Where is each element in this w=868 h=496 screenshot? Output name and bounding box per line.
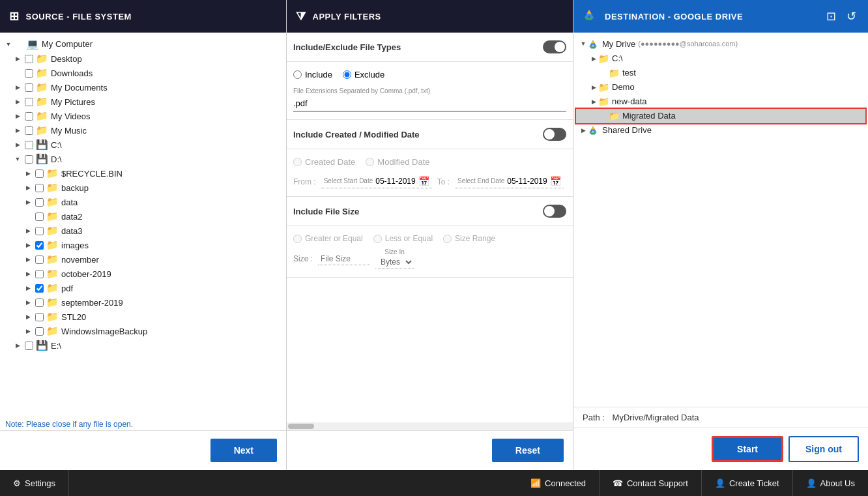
tree-check-my-music[interactable]: [25, 126, 33, 135]
dest-action-btn-2[interactable]: ↺: [844, 8, 859, 25]
settings-label: Settings: [25, 478, 55, 488]
tree-item-my-documents[interactable]: ▶📁My Documents: [3, 80, 283, 95]
dest-label-c-folder: C:\: [612, 53, 623, 63]
dest-tree-item-my-drive[interactable]: ▼ My Drive(●●●●●●●●●@soharcoas.com): [576, 36, 865, 51]
tree-icon-images: 📁: [46, 239, 59, 251]
date-body: Created Date Modified Date From : Select…: [287, 149, 573, 197]
include-option[interactable]: Include: [293, 70, 332, 80]
dest-tree-item-shared-drive[interactable]: ▶ Shared Drive: [576, 123, 865, 138]
dest-tree-item-migrated-data[interactable]: 📁Migrated Data: [576, 109, 865, 123]
tree-check-data3[interactable]: [35, 227, 44, 235]
tree-icon-my-documents: 📁: [36, 81, 48, 93]
tree-item-october-2019[interactable]: ▶📁october-2019: [3, 267, 283, 281]
tree-icon-my-pictures: 📁: [36, 96, 48, 108]
tree-check-september-2019[interactable]: [35, 299, 44, 307]
tree-label-my-documents: My Documents: [51, 83, 108, 93]
less-equal-option[interactable]: Less or Equal: [373, 234, 433, 243]
tree-check-recycle-bin[interactable]: [35, 169, 44, 178]
tree-arrow-my-videos: ▶: [13, 113, 22, 119]
tree-item-my-pictures[interactable]: ▶📁My Pictures: [3, 95, 283, 109]
created-date-radio: [293, 158, 302, 166]
dest-tree-item-demo[interactable]: ▶📁Demo: [576, 80, 865, 95]
tree-item-pdf[interactable]: ▶📁pdf: [3, 281, 283, 295]
tree-label-pdf: pdf: [61, 284, 73, 293]
tree-check-desktop[interactable]: [25, 55, 33, 63]
tree-item-my-music[interactable]: ▶📁My Music: [3, 123, 283, 138]
dest-footer: Start Sign out: [573, 428, 868, 470]
tree-item-november[interactable]: ▶📁november: [3, 252, 283, 267]
tree-check-data[interactable]: [35, 198, 44, 207]
tree-check-c-drive[interactable]: [25, 141, 33, 149]
start-button[interactable]: Start: [712, 436, 783, 462]
settings-item[interactable]: ⚙ Settings: [0, 470, 69, 496]
size-unit-select[interactable]: Bytes: [375, 255, 414, 269]
exclude-option[interactable]: Exclude: [343, 70, 384, 80]
tree-check-d-drive[interactable]: [25, 155, 33, 164]
dest-tree-item-new-data[interactable]: ▶📁new-data: [576, 95, 865, 109]
tree-item-september-2019[interactable]: ▶📁september-2019: [3, 295, 283, 310]
dest-action-btn-1[interactable]: ⊡: [824, 8, 839, 25]
tree-icon-data: 📁: [46, 196, 59, 208]
filter-panel-header: ⧩ APPLY FILTERS: [287, 0, 573, 33]
tree-item-e-drive[interactable]: ▶💾E:\: [3, 338, 283, 353]
tree-label-november: november: [61, 255, 99, 265]
tree-item-data2[interactable]: 📁data2: [3, 209, 283, 224]
include-radio[interactable]: [293, 70, 302, 79]
tree-check-my-pictures[interactable]: [25, 98, 33, 106]
tree-item-my-videos[interactable]: ▶📁My Videos: [3, 109, 283, 123]
tree-check-images[interactable]: [35, 241, 44, 250]
tree-check-my-documents[interactable]: [25, 83, 33, 92]
modified-date-option[interactable]: Modified Date: [366, 157, 429, 167]
end-date-field[interactable]: Select End Date 05-11-2019 📅: [455, 175, 564, 188]
exclude-radio[interactable]: [343, 70, 351, 79]
end-date-icon[interactable]: 📅: [550, 176, 561, 186]
size-range-option[interactable]: Size Range: [443, 234, 495, 243]
greater-radio: [293, 235, 302, 243]
create-ticket-item[interactable]: 👤 Create Ticket: [702, 470, 793, 496]
tree-item-data[interactable]: ▶📁data: [3, 195, 283, 209]
about-us-item[interactable]: 👤 About Us: [793, 470, 868, 496]
extensions-input[interactable]: [293, 96, 566, 111]
tree-check-october-2019[interactable]: [35, 270, 44, 278]
connected-item[interactable]: 📶 Connected: [517, 470, 600, 496]
date-header: Include Created / Modified Date: [287, 120, 573, 149]
tree-item-windows-image-backup[interactable]: ▶📁WindowsImageBackup: [3, 324, 283, 338]
tree-check-windows-image-backup[interactable]: [35, 327, 44, 336]
contact-support-item[interactable]: ☎ Contact Support: [600, 470, 702, 496]
dest-icon-demo: 📁: [598, 82, 609, 93]
dest-tree-item-c-folder[interactable]: ▶📁C:\: [576, 51, 865, 66]
created-date-option[interactable]: Created Date: [293, 157, 355, 167]
tree-item-images[interactable]: ▶📁images: [3, 238, 283, 252]
tree-item-c-drive[interactable]: ▶💾C:\: [3, 138, 283, 152]
tree-item-backup[interactable]: ▶📁backup: [3, 181, 283, 195]
date-toggle[interactable]: [543, 128, 566, 141]
next-button[interactable]: Next: [210, 439, 277, 462]
file-size-toggle[interactable]: [543, 205, 566, 218]
signout-button[interactable]: Sign out: [788, 436, 859, 462]
file-types-toggle[interactable]: [543, 40, 566, 53]
tree-item-d-drive[interactable]: ▼💾D:\: [3, 152, 283, 166]
tree-icon-desktop: 📁: [36, 53, 48, 65]
tree-check-my-videos[interactable]: [25, 112, 33, 121]
greater-equal-option[interactable]: Greater or Equal: [293, 234, 363, 243]
tree-item-data3[interactable]: ▶📁data3: [3, 224, 283, 238]
tree-check-november[interactable]: [35, 255, 44, 264]
tree-item-downloads[interactable]: 📁Downloads: [3, 66, 283, 80]
tree-item-recycle-bin[interactable]: ▶📁$RECYCLE.BIN: [3, 166, 283, 181]
size-input[interactable]: [318, 253, 370, 265]
tree-item-my-computer[interactable]: ▼💻My Computer: [3, 36, 283, 51]
tree-check-downloads[interactable]: [25, 69, 33, 78]
tree-check-backup[interactable]: [35, 184, 44, 192]
tree-item-stl20[interactable]: ▶📁STL20: [3, 310, 283, 324]
tree-check-pdf[interactable]: [35, 284, 44, 293]
tree-item-desktop[interactable]: ▶📁Desktop: [3, 51, 283, 66]
settings-icon: ⚙: [13, 478, 21, 488]
tree-label-september-2019: september-2019: [61, 298, 123, 308]
start-date-field[interactable]: Select Start Date 05-11-2019 📅: [321, 175, 432, 188]
reset-button[interactable]: Reset: [492, 439, 564, 462]
tree-check-stl20[interactable]: [35, 313, 44, 321]
tree-check-data2[interactable]: [35, 212, 44, 221]
dest-tree-item-test[interactable]: 📁test: [576, 66, 865, 80]
tree-check-e-drive[interactable]: [25, 342, 33, 350]
start-date-icon[interactable]: 📅: [418, 176, 429, 186]
